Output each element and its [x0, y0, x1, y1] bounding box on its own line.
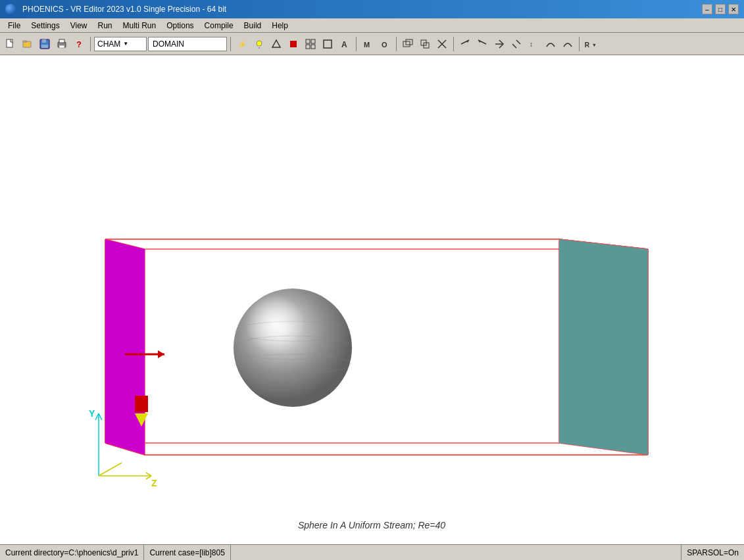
tb-btn-o[interactable]: O: [377, 36, 393, 52]
separator-1: [90, 37, 91, 51]
main-viewport: Y Z Sphere In A Uniform Stream; Re=40: [0, 55, 744, 544]
separator-4: [396, 37, 397, 51]
maximize-button[interactable]: □: [715, 4, 726, 14]
window-controls[interactable]: – □ ✕: [702, 4, 739, 14]
app-icon: [5, 4, 16, 14]
tb-btn-m[interactable]: M: [360, 36, 376, 52]
svg-rect-8: [59, 45, 64, 48]
title-text: PHOENICS - VR Editor 2023 v1.0 Single Pr…: [5, 4, 226, 14]
svg-text:▼: ▼: [592, 41, 597, 47]
svg-rect-16: [311, 39, 315, 43]
svg-text:O: O: [382, 41, 387, 49]
tb-btn-box1[interactable]: [400, 36, 416, 52]
tb-view-4[interactable]: [508, 36, 524, 52]
tb-btn-red[interactable]: [285, 36, 301, 52]
menu-build[interactable]: Build: [239, 20, 267, 32]
menu-run[interactable]: Run: [93, 20, 118, 32]
tb-btn-1[interactable]: ⚡: [234, 36, 250, 52]
close-button[interactable]: ✕: [728, 4, 739, 14]
separator-2: [230, 37, 231, 51]
open-button[interactable]: [20, 36, 36, 52]
toolbar: ? CHAM ▼ ⚡ A M O: [0, 33, 744, 55]
save-button[interactable]: [37, 36, 53, 52]
minimize-button[interactable]: –: [702, 4, 712, 14]
scene-label: Sphere In A Uniform Stream; Re=40: [298, 520, 445, 530]
svg-text:Z: Z: [151, 478, 157, 488]
tb-btn-text-a[interactable]: A: [337, 36, 353, 52]
menu-help[interactable]: Help: [266, 20, 293, 32]
status-sparsol: SPARSOL=On: [681, 545, 744, 560]
cham-dropdown-value: CHAM: [97, 39, 120, 49]
tb-view-7[interactable]: [560, 36, 576, 52]
tb-btn-box2[interactable]: [417, 36, 433, 52]
tb-view-3[interactable]: [491, 36, 507, 52]
svg-rect-81: [135, 396, 148, 412]
svg-rect-24: [406, 39, 412, 45]
menu-file[interactable]: File: [3, 20, 26, 32]
tb-view-5[interactable]: ↕: [526, 36, 541, 52]
separator-3: [356, 37, 357, 51]
menu-view[interactable]: View: [65, 20, 93, 32]
cham-dropdown-arrow: ▼: [123, 41, 128, 47]
window-title: PHOENICS - VR Editor 2023 v1.0 Single Pr…: [22, 5, 226, 14]
svg-text:M: M: [364, 41, 370, 49]
svg-point-11: [257, 41, 262, 46]
menu-settings[interactable]: Settings: [26, 20, 64, 32]
menu-bar: File Settings View Run Multi Run Options…: [0, 18, 744, 33]
svg-rect-4: [42, 39, 46, 43]
status-case: Current case=[lib]805: [144, 545, 230, 560]
svg-text:Y: Y: [89, 408, 95, 419]
menu-options[interactable]: Options: [161, 20, 199, 32]
help-button[interactable]: ?: [71, 36, 87, 52]
tb-view-2[interactable]: [474, 36, 490, 52]
tb-btn-grid[interactable]: [303, 36, 318, 52]
tb-btn-light[interactable]: [251, 36, 267, 52]
svg-rect-17: [306, 45, 310, 49]
tb-view-6[interactable]: [543, 36, 558, 52]
svg-text:↕: ↕: [530, 41, 533, 48]
svg-marker-13: [272, 40, 280, 47]
svg-text:⚡: ⚡: [238, 40, 247, 49]
svg-rect-14: [290, 41, 297, 47]
separator-5: [453, 37, 454, 51]
menu-multirun[interactable]: Multi Run: [118, 20, 162, 32]
svg-text:?: ?: [76, 39, 82, 49]
scene-3d: Y Z Sphere In A Uniform Stream; Re=40: [0, 55, 744, 544]
svg-rect-19: [324, 40, 332, 48]
svg-rect-2: [23, 41, 26, 42]
svg-text:R: R: [585, 41, 590, 48]
cham-dropdown[interactable]: CHAM ▼: [94, 37, 147, 51]
svg-rect-5: [41, 45, 48, 48]
domain-input[interactable]: [148, 37, 227, 51]
new-button[interactable]: [3, 36, 18, 52]
svg-marker-72: [105, 239, 145, 455]
svg-rect-15: [306, 39, 310, 43]
tb-btn-triangle[interactable]: [268, 36, 284, 52]
svg-rect-18: [311, 45, 315, 49]
tb-view-1[interactable]: [457, 36, 473, 52]
svg-marker-73: [559, 239, 648, 455]
status-directory: Current directory=C:\phoenics\d_priv1: [0, 545, 144, 560]
status-bar: Current directory=C:\phoenics\d_priv1 Cu…: [0, 544, 744, 560]
tb-btn-x[interactable]: [434, 36, 450, 52]
svg-point-75: [234, 289, 352, 407]
svg-text:A: A: [341, 40, 347, 49]
svg-rect-23: [403, 41, 410, 47]
menu-compile[interactable]: Compile: [199, 20, 239, 32]
tb-r-dropdown[interactable]: R▼: [583, 36, 599, 52]
svg-rect-7: [59, 39, 64, 43]
tb-btn-square[interactable]: [320, 36, 335, 52]
print-button[interactable]: [54, 36, 70, 52]
separator-6: [579, 37, 580, 51]
title-bar: PHOENICS - VR Editor 2023 v1.0 Single Pr…: [0, 0, 744, 18]
